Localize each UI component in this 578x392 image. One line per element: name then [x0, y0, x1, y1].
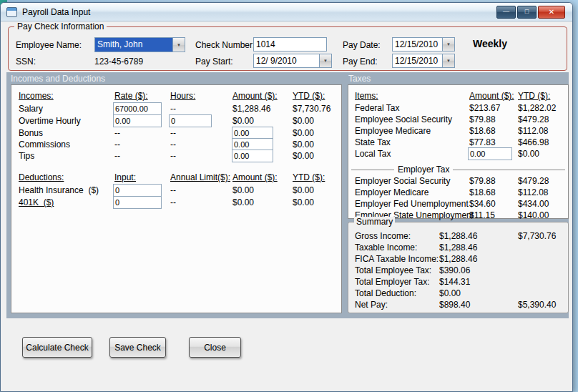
app-window: Payroll Data Input — □ ✕ Pay Check Infor… — [0, 2, 573, 392]
income-label: Bonus — [19, 128, 43, 138]
incomes-header-row: Incomes: Rate ($): Hours: Amount ($): YT… — [11, 91, 341, 103]
tax-row-employer-fed-unemployment: Employer Fed Unemployment $34.60 $434.00 — [348, 199, 568, 211]
taxes-panel: Items: Amount ($): YTD ($): Federal Tax … — [348, 84, 569, 219]
ytd-value: $112.08 — [518, 126, 549, 136]
amount-value: $0.00 — [232, 197, 254, 207]
tax-row-state: State Tax $77.83 $466.98 — [348, 137, 568, 150]
employer-tax-label: Employer Tax — [394, 165, 453, 175]
rate-header: Rate ($): — [114, 91, 148, 101]
dropdown-arrow-icon[interactable]: ▼ — [319, 54, 331, 67]
rate-value: -- — [114, 139, 120, 150]
maximize-button[interactable]: □ — [517, 6, 537, 19]
calculate-check-button[interactable]: Calculate Check — [22, 337, 92, 358]
pay-date-picker[interactable]: 12/15/2010 ▼ — [392, 37, 455, 52]
ytd-header: YTD ($): — [293, 172, 325, 182]
overtime-hours-input[interactable] — [169, 114, 212, 127]
employee-name-combobox[interactable]: Smith, John ▼ — [94, 37, 185, 52]
window-title: Payroll Data Input — [22, 7, 90, 17]
incomes-header: Incomes: — [19, 91, 54, 101]
amount-value: $0.00 — [232, 185, 254, 195]
dropdown-arrow-icon[interactable]: ▼ — [442, 54, 454, 67]
ytd-value: $0.00 — [293, 197, 314, 207]
rate-value: -- — [114, 151, 120, 161]
tax-row-employer-medicare: Employer Medicare $18.68 $112.08 — [348, 187, 568, 200]
ytd-value: $0.00 — [293, 151, 314, 161]
employee-name-value: Smith, John — [95, 38, 172, 52]
amount-value: $1,288.46 — [232, 104, 270, 114]
tax-row-employee-ss: Employee Social Security $79.88 $479.28 — [348, 114, 568, 127]
hours-value: -- — [170, 128, 176, 138]
pay-start-picker[interactable]: 12/ 9/2010 ▼ — [253, 54, 332, 68]
summary-row-total-employer-tax: Total Employer Tax: $144.31 — [348, 277, 568, 289]
employee-name-label: Employee Name: — [16, 40, 82, 50]
dropdown-arrow-icon[interactable]: ▼ — [442, 38, 454, 51]
deduction-label: 401K ($) — [19, 197, 54, 207]
amount-value: $79.88 — [469, 176, 496, 186]
titlebar[interactable]: Payroll Data Input — □ ✕ — [1, 3, 572, 21]
income-label: Tips — [19, 151, 34, 161]
close-window-button[interactable]: Close — [189, 337, 241, 358]
ytd-value: $140.00 — [518, 210, 549, 220]
amount-value: $213.67 — [469, 103, 500, 113]
pay-end-picker[interactable]: 12/15/2010 ▼ — [392, 54, 455, 68]
tax-label: Local Tax — [355, 149, 391, 159]
check-number-label: Check Number: — [195, 40, 255, 50]
401k-input[interactable] — [113, 196, 162, 209]
ytd-value: $1,282.02 — [518, 103, 556, 113]
summary-item-label: Total Deduction: — [355, 288, 416, 298]
main-panel-background: Incomes and Deductions Taxes Incomes: Ra… — [6, 72, 569, 318]
ytd-header: YTD ($): — [518, 91, 550, 101]
tax-row-employer-ss: Employer Social Security $79.88 $479.28 — [348, 176, 568, 188]
app-icon — [6, 7, 17, 17]
amount-value: $77.83 — [469, 137, 496, 147]
check-number-input[interactable] — [253, 37, 327, 52]
summary-row-gross: Gross Income: $1,288.46 $7,730.76 — [348, 231, 568, 243]
summary-ytd: $7,730.76 — [518, 231, 556, 241]
save-check-button[interactable]: Save Check — [109, 337, 166, 358]
hours-value: -- — [170, 139, 176, 150]
dropdown-arrow-icon[interactable]: ▼ — [172, 38, 185, 52]
income-row-overtime: Overtime Hourly $0.00 $0.00 — [11, 116, 341, 128]
overtime-rate-input[interactable] — [113, 114, 162, 127]
section-label-taxes: Taxes — [348, 74, 371, 84]
ytd-value: $0.00 — [293, 128, 314, 138]
summary-item-label: Total Employee Tax: — [355, 265, 431, 275]
summary-ytd: $5,390.40 — [518, 300, 556, 310]
local-tax-input[interactable] — [468, 147, 512, 160]
ytd-value: $7,730.76 — [293, 104, 330, 114]
salary-rate-input[interactable] — [113, 102, 162, 115]
ytd-value: $0.00 — [293, 116, 314, 126]
ytd-value: $0.00 — [518, 149, 539, 159]
amount-header: Amount ($): — [232, 91, 278, 101]
deductions-header: Deductions: — [19, 172, 64, 182]
amount-header: Amount ($): — [232, 172, 278, 182]
summary-value: $0.00 — [439, 288, 461, 298]
pay-date-value: 12/15/2010 — [393, 38, 442, 51]
limit-value: -- — [170, 197, 176, 207]
close-icon[interactable]: ✕ — [538, 6, 565, 19]
summary-row-net-pay: Net Pay: $898.40 $5,390.40 — [348, 300, 568, 312]
incomes-deductions-panel: Incomes: Rate ($): Hours: Amount ($): YT… — [11, 84, 342, 313]
ytd-value: $479.28 — [518, 176, 549, 186]
employer-tax-divider — [351, 170, 565, 170]
income-row-commissions: Commissions -- -- $0.00 — [11, 139, 341, 152]
tips-amount-input[interactable] — [232, 150, 273, 162]
input-header: Input: — [114, 172, 136, 182]
summary-value: $1,288.46 — [439, 242, 477, 253]
tax-label: Federal Tax — [355, 103, 399, 113]
tax-label: Employee Medicare — [355, 126, 431, 136]
tax-label: Employer Medicare — [355, 187, 428, 197]
income-label: Overtime Hourly — [19, 116, 81, 126]
hours-value: -- — [170, 104, 176, 114]
health-insurance-input[interactable] — [113, 184, 162, 197]
minimize-button[interactable]: — — [496, 6, 516, 19]
amount-value: $0.00 — [232, 116, 254, 126]
summary-item-label: Gross Income: — [355, 231, 411, 241]
rate-value: -- — [114, 128, 120, 138]
tax-label: Employer Fed Unemployment — [355, 199, 469, 209]
ytd-value: $434.00 — [518, 199, 549, 209]
amount-value: $18.68 — [469, 126, 496, 136]
window-controls: — □ ✕ — [496, 6, 567, 19]
amount-header: Amount ($): — [469, 91, 514, 101]
paycheck-info-label: Pay Check Information — [14, 21, 107, 31]
